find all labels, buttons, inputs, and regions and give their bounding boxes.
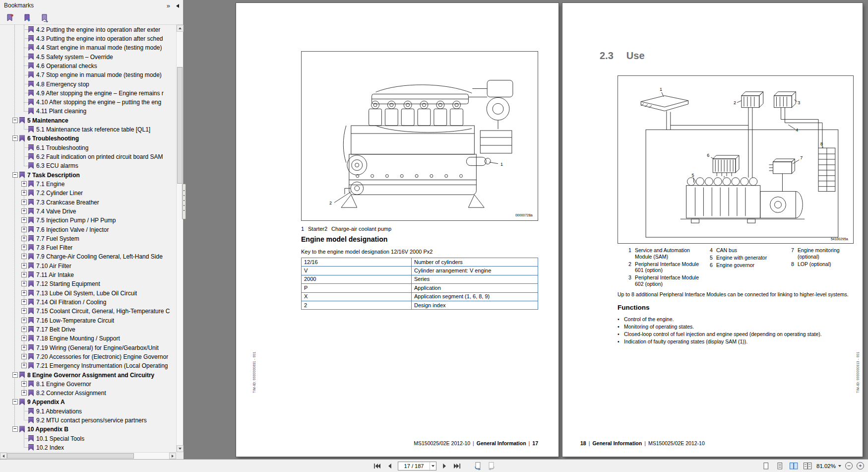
bookmark-item[interactable]: +7.16 Low-Temperature Circuit (0, 316, 176, 325)
continuous-page-icon[interactable] (775, 461, 785, 471)
bookmark-item[interactable]: 5.1 Maintenance task reference table [QL… (0, 125, 176, 134)
bookmark-item[interactable]: 4.9 After stopping the engine – Engine r… (0, 88, 176, 97)
vertical-scrollbar-thumb[interactable] (177, 67, 183, 184)
expand-node-icon[interactable]: + (21, 208, 27, 214)
bookmark-item[interactable]: 9.2 MTU contact persons/service partners (0, 415, 176, 424)
last-page-button[interactable] (452, 461, 462, 471)
expand-node-icon[interactable]: + (21, 354, 27, 359)
bookmark-item[interactable]: 4.8 Emergency stop (0, 79, 176, 88)
new-bookmark-icon[interactable] (22, 12, 33, 23)
facing-pages-icon[interactable] (789, 461, 799, 471)
bookmark-item[interactable]: 10.2 Index (0, 443, 176, 452)
bookmark-item[interactable]: +7.10 Air Filter (0, 261, 176, 270)
bookmark-item[interactable]: +7.20 Accessories for (Electronic) Engin… (0, 352, 176, 361)
collapse-node-icon[interactable]: − (12, 172, 18, 178)
panel-splitter-handle[interactable] (182, 184, 186, 219)
bookmark-item[interactable]: +7.2 Cylinder Liner (0, 189, 176, 198)
bookmark-item[interactable]: 4.4 Start engine in manual mode (testing… (0, 43, 176, 52)
bookmark-item[interactable]: −5 Maintenance (0, 116, 176, 125)
expand-node-icon[interactable]: + (21, 181, 27, 187)
expand-node-icon[interactable]: + (21, 381, 27, 387)
first-page-button[interactable] (372, 461, 382, 471)
bookmark-item[interactable]: +7.4 Valve Drive (0, 206, 176, 215)
expand-node-icon[interactable]: + (21, 318, 27, 323)
bookmark-item[interactable]: −7 Task Description (0, 170, 176, 179)
bookmark-item[interactable]: +7.6 Injection Valve / Injector (0, 225, 176, 234)
collapse-node-icon[interactable]: − (12, 372, 18, 378)
bookmark-item[interactable]: +7.17 Belt Drive (0, 325, 176, 334)
collapse-node-icon[interactable]: − (12, 135, 18, 141)
expand-node-icon[interactable]: + (21, 299, 27, 305)
bookmark-item[interactable]: 4.3 Putting the engine into operation af… (0, 34, 176, 43)
expand-node-icon[interactable]: + (21, 390, 27, 396)
bookmark-item[interactable]: −9 Appendix A (0, 398, 176, 406)
expand-node-icon[interactable]: + (21, 345, 27, 350)
expand-node-icon[interactable]: + (21, 290, 27, 296)
zoom-in-icon[interactable]: + (857, 462, 864, 470)
next-page-button[interactable] (439, 461, 449, 471)
bookmark-item[interactable]: 4.11 Plant cleaning (0, 107, 176, 116)
continuous-facing-icon[interactable] (803, 461, 812, 471)
horizontal-scrollbar-thumb[interactable] (7, 453, 134, 459)
zoom-out-icon[interactable]: − (845, 462, 853, 470)
bookmark-item[interactable]: +7.8 Fuel Filter (0, 243, 176, 252)
chevron-down-icon[interactable] (430, 462, 436, 470)
expand-node-icon[interactable]: + (21, 308, 27, 314)
bookmark-item[interactable]: 4.5 Safety system – Override (0, 52, 176, 61)
expand-node-icon[interactable]: + (21, 245, 27, 250)
previous-page-button[interactable] (385, 461, 395, 471)
expand-node-icon[interactable]: + (21, 336, 27, 341)
expand-node-icon[interactable]: + (21, 217, 27, 223)
scroll-left-button[interactable] (0, 453, 7, 459)
bookmark-item[interactable]: +7.15 Coolant Circuit, General, High-Tem… (0, 307, 176, 316)
bookmark-item[interactable]: +7.3 Crankcase Breather (0, 198, 176, 206)
expand-node-icon[interactable]: + (21, 327, 27, 332)
bookmark-item[interactable]: 4.6 Operational checks (0, 61, 176, 70)
bookmark-item[interactable]: +7.5 Injection Pump / HP Pump (0, 216, 176, 225)
single-page-icon[interactable] (761, 461, 771, 471)
scroll-up-button[interactable] (177, 25, 184, 32)
bookmark-item[interactable]: 6.3 ECU alarms (0, 161, 176, 170)
collapse-node-icon[interactable]: − (12, 118, 18, 123)
bookmark-item[interactable]: +7.9 Charge-Air Cooling General, Left-Ha… (0, 252, 176, 261)
bookmark-item[interactable]: +8.2 Connector Assignment (0, 389, 176, 398)
bookmark-item[interactable]: +7.14 Oil Filtration / Cooling (0, 297, 176, 306)
expand-node-icon[interactable]: + (21, 200, 27, 205)
bookmark-item[interactable]: −8 Engine Governor Assignment and Circui… (0, 370, 176, 379)
expand-node-icon[interactable]: + (21, 363, 27, 368)
bookmark-item[interactable]: 4.7 Stop engine in manual mode (testing … (0, 70, 176, 79)
bookmark-item[interactable]: +8.1 Engine Governor (0, 379, 176, 388)
bookmark-item[interactable]: +7.11 Air Intake (0, 270, 176, 279)
expand-node-icon[interactable]: + (21, 281, 27, 286)
bookmark-item[interactable]: −10 Appendix B (0, 425, 176, 434)
scroll-right-button[interactable] (169, 453, 176, 459)
previous-view-icon[interactable] (473, 461, 483, 471)
bookmark-item[interactable]: +7.21 Emergency Instrumentation (Local O… (0, 361, 176, 370)
bookmark-item[interactable]: 4.2 Putting the engine into operation af… (0, 25, 176, 34)
bookmark-item[interactable]: +7.18 Engine Mounting / Support (0, 334, 176, 343)
bookmark-item[interactable]: 6.1 Troubleshooting (0, 143, 176, 152)
bookmarks-horizontal-scrollbar[interactable] (0, 452, 176, 459)
next-view-icon[interactable] (486, 461, 496, 471)
bookmark-item[interactable]: 10.1 Special Tools (0, 434, 176, 443)
expand-node-icon[interactable]: + (21, 263, 27, 269)
scroll-down-button[interactable] (177, 445, 184, 452)
bookmark-item[interactable]: +7.12 Starting Equipment (0, 279, 176, 288)
bookmark-item[interactable]: +7.13 Lube Oil System, Lube Oil Circuit (0, 288, 176, 297)
bookmark-item[interactable]: +7.7 Fuel System (0, 234, 176, 243)
zoom-level-combo[interactable]: 81.02% (816, 463, 841, 469)
bookmark-item[interactable]: 9.1 Abbreviations (0, 406, 176, 415)
bookmarks-vertical-scrollbar[interactable] (176, 25, 183, 452)
collapse-node-icon[interactable]: − (12, 426, 18, 432)
bookmark-item[interactable]: −6 Troubleshooting (0, 134, 176, 143)
bookmark-item[interactable]: 6.2 Fault indication on printed circuit … (0, 152, 176, 161)
expand-node-icon[interactable]: + (21, 254, 27, 259)
bookmark-item[interactable]: +7.1 Engine (0, 179, 176, 188)
bookmark-item[interactable]: 4.10 After stopping the engine – putting… (0, 98, 176, 107)
expand-bookmark-icon[interactable] (4, 12, 15, 23)
panel-options-icon[interactable]: » (167, 2, 170, 9)
expand-node-icon[interactable]: + (21, 272, 27, 277)
expand-node-icon[interactable]: + (21, 227, 27, 232)
expand-node-icon[interactable]: + (21, 190, 27, 196)
collapse-node-icon[interactable]: − (12, 399, 18, 405)
